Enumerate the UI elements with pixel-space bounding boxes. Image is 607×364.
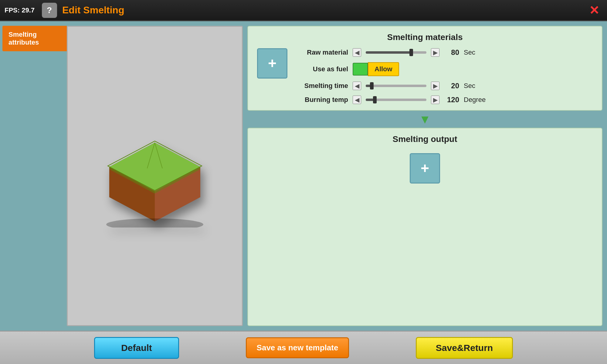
fuel-toggle: Allow — [353, 62, 399, 76]
burning-temp-row: Burning temp ◀ ▶ 120 Degree — [293, 96, 593, 104]
help-icon-wrapper: ? — [41, 2, 58, 19]
sidebar-item-smelting-attributes[interactable]: Smelting attributes — [2, 26, 67, 51]
save-return-button[interactable]: Save&Return — [416, 337, 513, 359]
fps-counter: FPS: 29.7 — [5, 6, 41, 14]
svg-point-9 — [106, 218, 203, 228]
close-icon: ✕ — [589, 4, 599, 16]
smelting-time-slider[interactable] — [366, 85, 426, 87]
save-template-button[interactable]: Save as new template — [246, 337, 349, 358]
raw-material-decrease[interactable]: ◀ — [353, 48, 361, 57]
burning-temp-slider[interactable] — [366, 99, 426, 101]
smelting-time-thumb — [370, 82, 374, 89]
raw-material-increase[interactable]: ▶ — [431, 48, 439, 57]
raw-material-label: Raw material — [293, 49, 348, 56]
fuel-allow-button[interactable]: Allow — [368, 62, 399, 76]
smelting-time-unit: Sec — [464, 82, 485, 90]
smelting-time-increase[interactable]: ▶ — [431, 82, 439, 90]
burning-temp-decrease[interactable]: ◀ — [353, 96, 361, 104]
raw-material-slider[interactable] — [366, 51, 426, 54]
page-title: Edit Smelting — [62, 5, 586, 16]
add-output-button[interactable]: + — [410, 153, 440, 184]
burning-temp-value: 120 — [444, 96, 459, 104]
smelting-time-decrease[interactable]: ◀ — [353, 82, 361, 90]
close-button[interactable]: ✕ — [586, 2, 602, 19]
raw-material-value: 80 — [444, 48, 459, 57]
sidebar: Smelting attributes — [0, 21, 67, 331]
burning-temp-unit: Degree — [464, 96, 486, 104]
use-as-fuel-row: Use as fuel Allow — [293, 62, 593, 76]
output-content: + — [257, 150, 593, 184]
add-material-button[interactable]: + — [257, 48, 287, 79]
smelting-materials-box: Smelting materials + Raw material ◀ — [247, 26, 602, 111]
title-bar: FPS: 29.7 ? Edit Smelting ✕ — [0, 0, 607, 21]
burning-temp-label: Burning temp — [293, 96, 348, 104]
burning-temp-increase[interactable]: ▶ — [431, 96, 439, 104]
right-panel: Smelting materials + Raw material ◀ — [247, 21, 607, 331]
down-arrow-icon: ▼ — [419, 113, 431, 125]
block-preview — [68, 27, 242, 325]
help-icon: ? — [42, 3, 57, 18]
materials-grid: + Raw material ◀ ▶ 80 Sec — [257, 48, 593, 104]
smelting-materials-title: Smelting materials — [257, 32, 593, 42]
raw-material-row: Raw material ◀ ▶ 80 Sec — [293, 48, 593, 57]
main-content: Smelting attributes — [0, 21, 607, 331]
smelting-output-box: Smelting output + — [247, 128, 602, 326]
grass-block-svg — [97, 124, 212, 228]
smelting-time-value: 20 — [444, 82, 459, 90]
smelting-output-title: Smelting output — [257, 134, 593, 144]
preview-panel — [67, 26, 243, 326]
fuel-green-indicator — [353, 63, 368, 76]
arrow-connector: ▼ — [247, 111, 602, 128]
raw-material-unit: Sec — [464, 49, 485, 56]
use-as-fuel-label: Use as fuel — [293, 65, 348, 73]
default-button[interactable]: Default — [94, 337, 179, 359]
raw-material-thumb — [409, 49, 413, 56]
smelting-time-label: Smelting time — [293, 82, 348, 90]
bottom-bar: Default Save as new template Save&Return — [0, 331, 607, 364]
attributes-section: Raw material ◀ ▶ 80 Sec Use as fuel — [293, 48, 593, 104]
smelting-time-row: Smelting time ◀ ▶ 20 Sec — [293, 82, 593, 90]
burning-temp-thumb — [373, 96, 377, 103]
add-material-icon: + — [268, 56, 276, 71]
add-output-icon: + — [421, 161, 429, 176]
raw-material-slider-fill — [366, 51, 411, 54]
